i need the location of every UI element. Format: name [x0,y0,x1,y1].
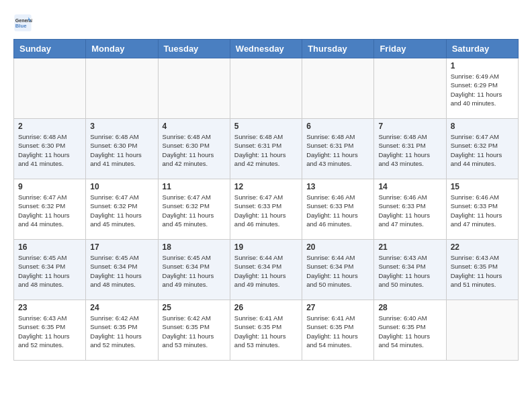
day-info: Sunrise: 6:48 AM Sunset: 6:30 PM Dayligh… [90,132,153,168]
day-number: 16 [18,242,81,252]
day-number: 9 [18,182,81,191]
day-number: 26 [234,303,298,312]
day-number: 8 [451,122,514,131]
calendar-day-cell [158,58,230,119]
day-number: 25 [163,303,226,312]
calendar-day-cell [446,300,518,361]
weekday-header-monday: Monday [86,40,158,58]
calendar-day-cell: 8Sunrise: 6:47 AM Sunset: 6:32 PM Daylig… [446,119,518,179]
calendar-week-row: 16Sunrise: 6:45 AM Sunset: 6:34 PM Dayli… [14,240,519,300]
calendar-header-row: SundayMondayTuesdayWednesdayThursdayFrid… [14,40,519,58]
calendar-day-cell: 1Sunrise: 6:49 AM Sunset: 6:29 PM Daylig… [446,58,518,119]
day-info: Sunrise: 6:42 AM Sunset: 6:35 PM Dayligh… [163,314,226,349]
day-number: 7 [378,122,441,131]
day-number: 23 [18,303,81,312]
calendar-day-cell: 21Sunrise: 6:43 AM Sunset: 6:34 PM Dayli… [374,240,446,300]
day-number: 20 [306,242,369,252]
day-number: 4 [163,122,226,131]
weekday-header-saturday: Saturday [446,40,518,58]
day-number: 13 [306,182,369,191]
day-number: 22 [451,242,514,252]
day-info: Sunrise: 6:48 AM Sunset: 6:30 PM Dayligh… [163,132,226,168]
weekday-header-sunday: Sunday [14,40,86,58]
day-info: Sunrise: 6:49 AM Sunset: 6:29 PM Dayligh… [451,72,514,107]
day-number: 1 [451,61,514,71]
day-number: 19 [234,242,298,252]
day-info: Sunrise: 6:46 AM Sunset: 6:33 PM Dayligh… [306,193,369,228]
day-info: Sunrise: 6:40 AM Sunset: 6:35 PM Dayligh… [378,314,441,349]
logo-icon: General Blue [13,13,32,32]
day-number: 24 [90,303,153,312]
day-number: 11 [163,182,226,191]
calendar-day-cell [14,58,86,119]
day-info: Sunrise: 6:45 AM Sunset: 6:34 PM Dayligh… [18,253,81,289]
day-number: 17 [90,242,153,252]
day-info: Sunrise: 6:48 AM Sunset: 6:31 PM Dayligh… [306,132,369,168]
day-info: Sunrise: 6:47 AM Sunset: 6:32 PM Dayligh… [90,193,153,228]
day-info: Sunrise: 6:43 AM Sunset: 6:34 PM Dayligh… [378,253,441,289]
day-info: Sunrise: 6:45 AM Sunset: 6:34 PM Dayligh… [163,253,226,289]
day-number: 28 [378,303,441,312]
weekday-header-wednesday: Wednesday [230,40,302,58]
day-info: Sunrise: 6:47 AM Sunset: 6:33 PM Dayligh… [234,193,298,228]
day-info: Sunrise: 6:43 AM Sunset: 6:35 PM Dayligh… [451,253,514,289]
calendar-day-cell: 20Sunrise: 6:44 AM Sunset: 6:34 PM Dayli… [302,240,374,300]
calendar-day-cell: 7Sunrise: 6:48 AM Sunset: 6:31 PM Daylig… [374,119,446,179]
calendar-day-cell: 10Sunrise: 6:47 AM Sunset: 6:32 PM Dayli… [86,179,158,240]
calendar-day-cell: 4Sunrise: 6:48 AM Sunset: 6:30 PM Daylig… [158,119,230,179]
day-info: Sunrise: 6:48 AM Sunset: 6:30 PM Dayligh… [18,132,81,168]
day-info: Sunrise: 6:46 AM Sunset: 6:33 PM Dayligh… [451,193,514,228]
day-number: 2 [18,122,81,131]
calendar-day-cell: 9Sunrise: 6:47 AM Sunset: 6:32 PM Daylig… [14,179,86,240]
calendar-day-cell: 12Sunrise: 6:47 AM Sunset: 6:33 PM Dayli… [230,179,302,240]
day-info: Sunrise: 6:44 AM Sunset: 6:34 PM Dayligh… [234,253,298,289]
calendar-day-cell: 26Sunrise: 6:41 AM Sunset: 6:35 PM Dayli… [230,300,302,361]
day-info: Sunrise: 6:43 AM Sunset: 6:35 PM Dayligh… [18,314,81,349]
calendar-day-cell [302,58,374,119]
logo: General Blue [13,13,35,32]
day-info: Sunrise: 6:47 AM Sunset: 6:32 PM Dayligh… [163,193,226,228]
calendar-day-cell: 24Sunrise: 6:42 AM Sunset: 6:35 PM Dayli… [86,300,158,361]
day-info: Sunrise: 6:48 AM Sunset: 6:31 PM Dayligh… [378,132,441,168]
calendar-day-cell: 13Sunrise: 6:46 AM Sunset: 6:33 PM Dayli… [302,179,374,240]
calendar-day-cell: 14Sunrise: 6:46 AM Sunset: 6:33 PM Dayli… [374,179,446,240]
day-info: Sunrise: 6:47 AM Sunset: 6:32 PM Dayligh… [18,193,81,228]
weekday-header-friday: Friday [374,40,446,58]
day-number: 6 [306,122,369,131]
weekday-header-thursday: Thursday [302,40,374,58]
calendar-day-cell: 18Sunrise: 6:45 AM Sunset: 6:34 PM Dayli… [158,240,230,300]
calendar-day-cell: 23Sunrise: 6:43 AM Sunset: 6:35 PM Dayli… [14,300,86,361]
day-info: Sunrise: 6:45 AM Sunset: 6:34 PM Dayligh… [90,253,153,289]
calendar-day-cell: 3Sunrise: 6:48 AM Sunset: 6:30 PM Daylig… [86,119,158,179]
calendar-week-row: 9Sunrise: 6:47 AM Sunset: 6:32 PM Daylig… [14,179,519,240]
svg-text:Blue: Blue [15,23,27,29]
calendar-day-cell: 5Sunrise: 6:48 AM Sunset: 6:31 PM Daylig… [230,119,302,179]
day-number: 14 [378,182,441,191]
calendar-day-cell: 16Sunrise: 6:45 AM Sunset: 6:34 PM Dayli… [14,240,86,300]
calendar-week-row: 23Sunrise: 6:43 AM Sunset: 6:35 PM Dayli… [14,300,519,361]
day-number: 15 [451,182,514,191]
day-number: 3 [90,122,153,131]
day-info: Sunrise: 6:41 AM Sunset: 6:35 PM Dayligh… [234,314,298,349]
calendar-day-cell [374,58,446,119]
day-number: 5 [234,122,298,131]
calendar-day-cell: 27Sunrise: 6:41 AM Sunset: 6:35 PM Dayli… [302,300,374,361]
calendar-day-cell: 11Sunrise: 6:47 AM Sunset: 6:32 PM Dayli… [158,179,230,240]
calendar-week-row: 1Sunrise: 6:49 AM Sunset: 6:29 PM Daylig… [14,58,519,119]
day-info: Sunrise: 6:42 AM Sunset: 6:35 PM Dayligh… [90,314,153,349]
day-number: 27 [306,303,369,312]
calendar-day-cell: 28Sunrise: 6:40 AM Sunset: 6:35 PM Dayli… [374,300,446,361]
day-info: Sunrise: 6:44 AM Sunset: 6:34 PM Dayligh… [306,253,369,289]
calendar-day-cell: 15Sunrise: 6:46 AM Sunset: 6:33 PM Dayli… [446,179,518,240]
calendar-day-cell [230,58,302,119]
calendar-day-cell: 6Sunrise: 6:48 AM Sunset: 6:31 PM Daylig… [302,119,374,179]
day-number: 12 [234,182,298,191]
calendar-day-cell: 2Sunrise: 6:48 AM Sunset: 6:30 PM Daylig… [14,119,86,179]
calendar-day-cell: 25Sunrise: 6:42 AM Sunset: 6:35 PM Dayli… [158,300,230,361]
day-number: 21 [378,242,441,252]
calendar-week-row: 2Sunrise: 6:48 AM Sunset: 6:30 PM Daylig… [14,119,519,179]
calendar-day-cell: 19Sunrise: 6:44 AM Sunset: 6:34 PM Dayli… [230,240,302,300]
day-number: 18 [163,242,226,252]
weekday-header-tuesday: Tuesday [158,40,230,58]
day-info: Sunrise: 6:48 AM Sunset: 6:31 PM Dayligh… [234,132,298,168]
